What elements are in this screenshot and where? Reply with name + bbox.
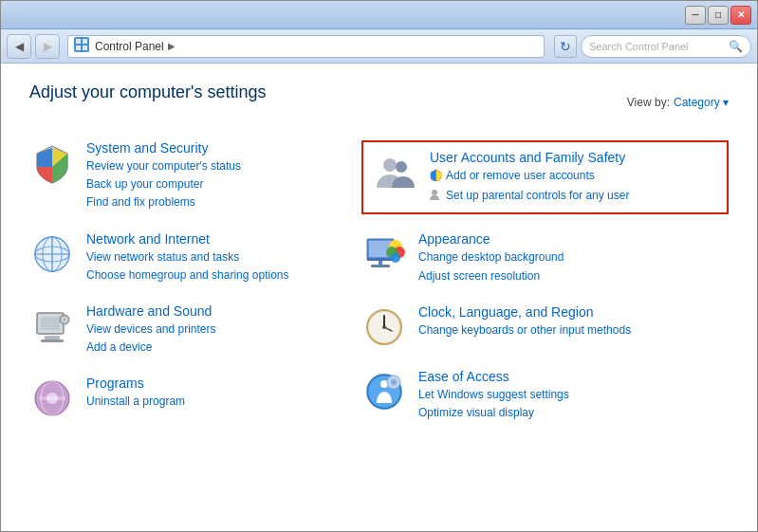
link-visual-display[interactable]: Optimize visual display xyxy=(418,404,729,422)
link-fix-problems[interactable]: Find and fix problems xyxy=(86,193,333,211)
svg-point-23 xyxy=(396,161,407,173)
left-column: System and Security Review your computer… xyxy=(29,140,333,441)
appearance-text: Appearance Change desktop background Adj… xyxy=(418,231,729,284)
svg-rect-2 xyxy=(83,39,87,44)
category-system-security: System and Security Review your computer… xyxy=(29,140,333,212)
ease-title[interactable]: Ease of Access xyxy=(418,369,729,384)
svg-rect-27 xyxy=(367,258,394,261)
svg-rect-29 xyxy=(371,265,390,267)
link-add-remove-accounts[interactable]: Add or remove user accounts xyxy=(446,167,595,185)
svg-point-17 xyxy=(64,319,65,321)
system-security-icon xyxy=(29,140,75,186)
svg-rect-21 xyxy=(39,396,65,400)
svg-point-33 xyxy=(391,253,400,263)
hardware-text: Hardware and Sound View devices and prin… xyxy=(86,303,333,357)
main-content: Adjust your computer's settings View by:… xyxy=(1,64,757,531)
search-icon: 🔍 xyxy=(729,40,743,53)
category-user-accounts-highlighted: User Accounts and Family Safety Add or r… xyxy=(361,140,729,214)
breadcrumb-text: Control Panel xyxy=(95,40,164,53)
view-by-value[interactable]: Category ▾ xyxy=(674,96,729,109)
category-network: Network and Internet View network status… xyxy=(29,231,333,284)
system-security-title[interactable]: System and Security xyxy=(86,140,333,156)
appearance-icon xyxy=(361,231,407,277)
hardware-icon xyxy=(29,303,75,349)
category-ease: Ease of Access Let Windows suggest setti… xyxy=(361,369,729,422)
search-bar[interactable]: Search Control Panel 🔍 xyxy=(581,35,751,58)
svg-rect-1 xyxy=(76,39,81,44)
search-placeholder: Search Control Panel xyxy=(589,41,725,52)
link-keyboards[interactable]: Change keyboards or other input methods xyxy=(418,321,729,339)
breadcrumb-arrow: ▶ xyxy=(168,41,176,51)
programs-icon xyxy=(29,376,75,421)
svg-rect-4 xyxy=(83,46,87,50)
svg-rect-14 xyxy=(41,339,64,342)
svg-rect-28 xyxy=(379,261,382,265)
link-uninstall[interactable]: Uninstall a program xyxy=(86,393,333,411)
category-programs: Programs Uninstall a program xyxy=(29,376,333,421)
ease-icon xyxy=(361,369,407,414)
network-text: Network and Internet View network status… xyxy=(86,231,333,284)
link-suggest-settings[interactable]: Let Windows suggest settings xyxy=(418,386,729,404)
link-backup[interactable]: Back up your computer xyxy=(86,175,333,193)
network-title[interactable]: Network and Internet xyxy=(86,231,333,247)
shield-small-icon xyxy=(430,168,442,185)
link-screen-resolution[interactable]: Adjust screen resolution xyxy=(418,267,729,285)
page-title: Adjust your computer's settings xyxy=(29,83,267,102)
minimize-button[interactable]: ─ xyxy=(685,6,706,25)
back-button[interactable]: ◀ xyxy=(7,34,31,59)
clock-text: Clock, Language, and Region Change keybo… xyxy=(418,304,729,339)
svg-point-24 xyxy=(432,190,437,195)
programs-title[interactable]: Programs xyxy=(86,376,333,391)
close-button[interactable]: ✕ xyxy=(730,6,751,25)
view-by: View by: Category ▾ xyxy=(627,96,729,109)
main-window: ─ □ ✕ ◀ ▶ Control Panel ▶ ↻ Search Contr… xyxy=(0,0,758,532)
svg-rect-3 xyxy=(76,46,81,50)
link-devices[interactable]: View devices and printers xyxy=(86,321,333,339)
link-review-status[interactable]: Review your computer's status xyxy=(86,157,333,175)
system-security-text: System and Security Review your computer… xyxy=(86,140,333,212)
appearance-title[interactable]: Appearance xyxy=(418,231,729,247)
people-small-icon xyxy=(430,188,442,205)
category-hardware: Hardware and Sound View devices and prin… xyxy=(29,303,333,357)
forward-button[interactable]: ▶ xyxy=(35,34,60,59)
right-column: User Accounts and Family Safety Add or r… xyxy=(361,140,729,441)
maximize-button[interactable]: □ xyxy=(708,6,729,25)
programs-text: Programs Uninstall a program xyxy=(86,376,333,411)
refresh-button[interactable]: ↻ xyxy=(554,35,577,58)
breadcrumb-bar[interactable]: Control Panel ▶ xyxy=(67,35,545,58)
network-icon xyxy=(29,231,75,277)
user-accounts-text: User Accounts and Family Safety Add or r… xyxy=(430,150,717,205)
view-by-label: View by: xyxy=(627,96,670,109)
link-desktop-bg[interactable]: Change desktop background xyxy=(418,248,729,266)
title-bar: ─ □ ✕ xyxy=(1,1,757,29)
categories-layout: System and Security Review your computer… xyxy=(29,140,729,441)
title-bar-buttons: ─ □ ✕ xyxy=(685,6,751,25)
svg-point-45 xyxy=(392,380,396,384)
link-parental-controls[interactable]: Set up parental controls for any user xyxy=(446,187,629,205)
category-appearance: Appearance Change desktop background Adj… xyxy=(361,231,729,284)
clock-title[interactable]: Clock, Language, and Region xyxy=(418,304,729,320)
user-accounts-title[interactable]: User Accounts and Family Safety xyxy=(430,150,717,165)
link-homegroup[interactable]: Choose homegroup and sharing options xyxy=(86,266,333,284)
svg-rect-13 xyxy=(45,336,60,339)
svg-point-22 xyxy=(383,158,397,172)
toolbar: ◀ ▶ Control Panel ▶ ↻ Search Control Pan… xyxy=(1,29,757,64)
breadcrumb-icon xyxy=(74,37,89,55)
link-network-status[interactable]: View network status and tasks xyxy=(86,248,333,266)
category-clock: Clock, Language, and Region Change keybo… xyxy=(361,304,729,350)
svg-rect-12 xyxy=(41,317,60,330)
hardware-title[interactable]: Hardware and Sound xyxy=(86,303,333,319)
clock-icon xyxy=(361,304,407,350)
link-add-device[interactable]: Add a device xyxy=(86,339,333,357)
user-accounts-icon xyxy=(373,150,418,195)
ease-text: Ease of Access Let Windows suggest setti… xyxy=(418,369,729,422)
